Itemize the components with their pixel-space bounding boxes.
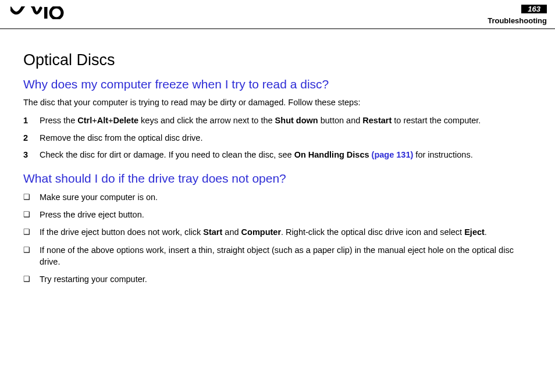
page-title: Optical Discs xyxy=(23,51,534,69)
step-number: 2 xyxy=(23,133,40,144)
page-header: 163 Troubleshooting xyxy=(0,0,555,29)
question-2-items: ❑ Make sure your computer is on. ❑ Press… xyxy=(23,191,534,286)
item-text: Try restarting your computer. xyxy=(40,273,147,285)
list-item: ❑ Press the drive eject button. xyxy=(23,209,534,220)
section-label: Troubleshooting xyxy=(488,16,547,25)
step-1: 1 Press the Ctrl+Alt+Delete keys and cli… xyxy=(23,115,534,127)
question-1-steps: 1 Press the Ctrl+Alt+Delete keys and cli… xyxy=(23,115,534,161)
page-next-icon[interactable] xyxy=(541,5,547,13)
step-text: Remove the disc from the optical disc dr… xyxy=(40,133,202,144)
box-bullet-icon: ❑ xyxy=(23,226,40,238)
vaio-logo-svg xyxy=(10,6,66,19)
list-item: ❑ If none of the above options work, ins… xyxy=(23,244,534,268)
step-number: 1 xyxy=(23,115,40,127)
box-bullet-icon: ❑ xyxy=(23,244,40,256)
item-text: If the drive eject button does not work,… xyxy=(40,226,487,238)
question-1-heading: Why does my computer freeze when I try t… xyxy=(23,77,534,91)
vaio-logo xyxy=(10,5,66,21)
list-item: ❑ If the drive eject button does not wor… xyxy=(23,226,534,238)
page-content: Optical Discs Why does my computer freez… xyxy=(0,29,555,303)
step-3: 3 Check the disc for dirt or damage. If … xyxy=(23,149,534,161)
box-bullet-icon: ❑ xyxy=(23,273,40,285)
step-text: Check the disc for dirt or damage. If yo… xyxy=(40,149,473,161)
item-text: Make sure your computer is on. xyxy=(40,191,158,203)
box-bullet-icon: ❑ xyxy=(23,191,40,203)
step-2: 2 Remove the disc from the optical disc … xyxy=(23,133,534,144)
page-nav[interactable]: 163 xyxy=(521,5,547,13)
step-number: 3 xyxy=(23,149,40,161)
item-text: If none of the above options work, inser… xyxy=(40,244,534,268)
step-text: Press the Ctrl+Alt+Delete keys and click… xyxy=(40,115,481,127)
svg-rect-0 xyxy=(44,7,48,19)
header-right: 163 Troubleshooting xyxy=(488,5,547,25)
svg-point-1 xyxy=(51,7,62,19)
box-bullet-icon: ❑ xyxy=(23,209,40,220)
question-1-intro: The disc that your computer is trying to… xyxy=(23,97,534,109)
page-number: 163 xyxy=(526,5,542,13)
item-text: Press the drive eject button. xyxy=(40,209,144,220)
question-2-heading: What should I do if the drive tray does … xyxy=(23,172,534,186)
list-item: ❑ Try restarting your computer. xyxy=(23,273,534,285)
list-item: ❑ Make sure your computer is on. xyxy=(23,191,534,203)
page-link-131[interactable]: (page 131) xyxy=(372,150,414,159)
